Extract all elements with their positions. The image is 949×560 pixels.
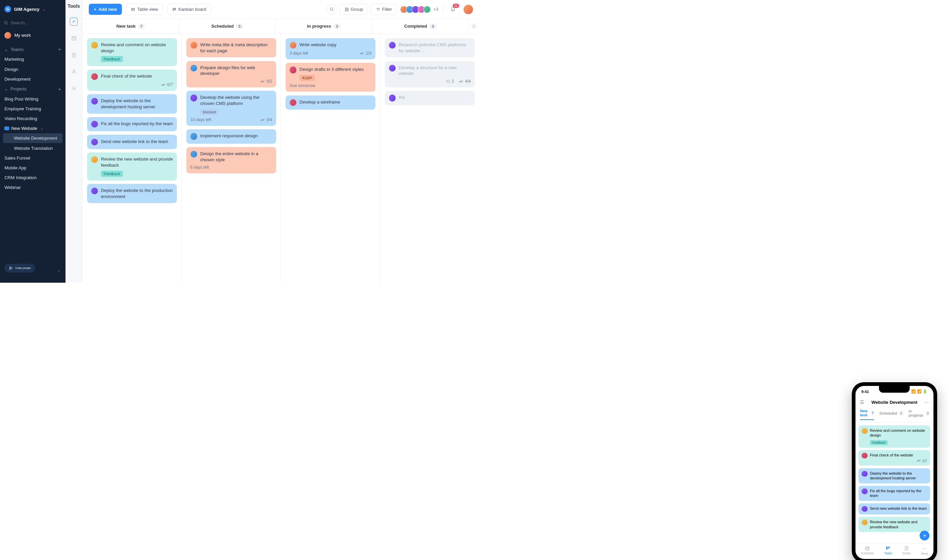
teams-section-header[interactable]: ⌄ Teams + [0, 44, 65, 54]
task-card[interactable]: Write meta title & meta description for … [186, 38, 276, 58]
assignee-avatar [91, 156, 98, 163]
kanban-view-label: Kanban board [178, 7, 206, 12]
table-view-button[interactable]: Table view [126, 4, 163, 15]
project-item[interactable]: Video Recording [0, 114, 65, 123]
collapse-sidebar-icon[interactable]: › [58, 268, 65, 274]
svg-rect-14 [345, 10, 346, 11]
project-item[interactable]: Employee Training [0, 104, 65, 114]
search-input[interactable] [11, 20, 62, 25]
project-item[interactable]: Webinar [0, 183, 65, 192]
project-child-active[interactable]: Website Development [3, 133, 62, 143]
table-icon [131, 8, 135, 11]
add-new-button[interactable]: + Add new [89, 4, 122, 15]
project-item[interactable]: Mobile App [0, 163, 65, 173]
due-date: 3 days left [290, 51, 308, 56]
task-card[interactable]: Design drafts in 3 different stylesASAPD… [285, 63, 376, 92]
task-card[interactable]: Develop the website using the chosen CMS… [186, 91, 276, 126]
calendar-tool-icon[interactable]: 31 [70, 34, 78, 42]
notification-badge: 22 [453, 4, 459, 8]
task-card[interactable]: Prepare design files for web developer0/… [186, 61, 276, 88]
assignee-avatar [91, 98, 98, 105]
team-item[interactable]: Marketing [0, 54, 65, 64]
team-item[interactable]: Design [0, 64, 65, 74]
search-icon [4, 20, 8, 25]
group-button[interactable]: Group [339, 4, 368, 15]
column-header[interactable]: New task7 [82, 19, 179, 33]
projects-section-header[interactable]: ⌄ Projects + [0, 84, 65, 94]
assignee-avatar [389, 65, 396, 72]
add-new-label: Add new [98, 7, 117, 12]
column-header[interactable]: Scheduled5 [179, 19, 275, 33]
add-project-icon[interactable]: + [59, 86, 61, 92]
sidebar: G GIM Agency ⌄ My work ⌄ Teams + Marketi… [0, 0, 65, 283]
task-title: Send new website link to the team [101, 138, 173, 145]
column-in-progress: Write website copy3 days left1/3Design d… [281, 34, 380, 283]
member-avatars[interactable]: +3 [400, 6, 438, 13]
svg-point-16 [473, 26, 475, 27]
plus-icon: + [94, 7, 97, 12]
task-title: Fix all the bugs reported by the team [101, 121, 173, 127]
search-field[interactable] [4, 20, 62, 25]
task-card[interactable]: Write website copy3 days left1/3 [285, 38, 376, 59]
task-title: Write meta title & meta description for … [200, 42, 272, 54]
chevron-down-icon: ⌄ [42, 7, 45, 11]
kanban-view-button[interactable]: Kanban board [167, 4, 211, 15]
task-card[interactable]: Research potential CMS platforms for web… [385, 38, 475, 58]
search-button[interactable] [326, 5, 336, 14]
user-avatar [5, 32, 11, 39]
task-title: Design the entire website in a chosen st… [200, 151, 272, 163]
people-tool-icon[interactable] [70, 68, 78, 75]
teams-label: Teams [11, 47, 24, 52]
task-card[interactable]: Deploy the website to the development ho… [87, 94, 177, 114]
projects-label: Projects [11, 86, 26, 91]
task-card[interactable]: the [385, 91, 475, 105]
task-card[interactable]: Develop a structure for a new website2 4… [385, 61, 475, 88]
task-card[interactable]: Review the new website and provide feedb… [87, 152, 177, 180]
board-settings-icon[interactable] [469, 19, 479, 33]
svg-point-0 [5, 21, 7, 24]
task-card[interactable]: Design the entire website in a chosen st… [186, 147, 276, 174]
project-item[interactable]: Sales Funnel [0, 153, 65, 163]
assignee-avatar [190, 133, 197, 140]
task-title: Final check of the website [101, 73, 173, 79]
svg-point-1 [10, 267, 11, 268]
my-work-label: My work [14, 33, 31, 38]
task-card[interactable]: Send new website link to the team [87, 135, 177, 149]
add-team-icon[interactable]: + [59, 46, 61, 52]
settings-tool-icon[interactable] [70, 84, 78, 92]
task-card[interactable]: Fix all the bugs reported by the team [87, 117, 177, 131]
task-title: the [399, 94, 471, 100]
filter-label: Filter [382, 7, 392, 12]
project-folder[interactable]: New Website ⌄ [0, 123, 65, 133]
profile-avatar[interactable] [463, 5, 473, 14]
checklist-count: 0/4 [266, 117, 272, 122]
column-header[interactable]: Completed3 [372, 19, 469, 33]
workspace-logo: G [5, 6, 11, 12]
assignee-avatar [290, 66, 296, 73]
filter-button[interactable]: Filter [371, 4, 397, 15]
main-content: + Add new Table view Kanban board Group [82, 0, 479, 283]
divider [443, 5, 443, 14]
team-item[interactable]: Development [0, 74, 65, 84]
invite-people-button[interactable]: Invite people [5, 264, 35, 272]
assignee-avatar [389, 42, 396, 49]
chevron-down-icon: ⌄ [40, 126, 43, 131]
workspace-switcher[interactable]: G GIM Agency ⌄ [0, 3, 65, 15]
tasks-tool-icon[interactable] [70, 17, 78, 25]
column-headers: New task7 Scheduled5 In progress3 Comple… [82, 19, 479, 34]
task-title: Research potential CMS platforms for web… [399, 42, 471, 54]
member-avatar [423, 6, 431, 13]
task-title: Develop the website using the chosen CMS… [200, 94, 272, 106]
project-child[interactable]: Website Translation [3, 143, 62, 153]
task-card[interactable]: Review and comment on website designFeed… [87, 38, 177, 66]
task-card[interactable]: Develop a wireframe [285, 95, 376, 110]
task-card[interactable]: Implement responsive design [186, 129, 276, 143]
task-card[interactable]: Deploy the website to the production env… [87, 184, 177, 203]
my-work-link[interactable]: My work [0, 30, 65, 41]
notifications-button[interactable]: 22 [448, 5, 458, 14]
project-item[interactable]: Blog Post Writing [0, 94, 65, 104]
column-header[interactable]: In progress3 [275, 19, 372, 33]
project-item[interactable]: CRM Integration [0, 173, 65, 183]
task-card[interactable]: Final check of the website0/7 [87, 69, 177, 91]
notes-tool-icon[interactable] [70, 51, 78, 59]
